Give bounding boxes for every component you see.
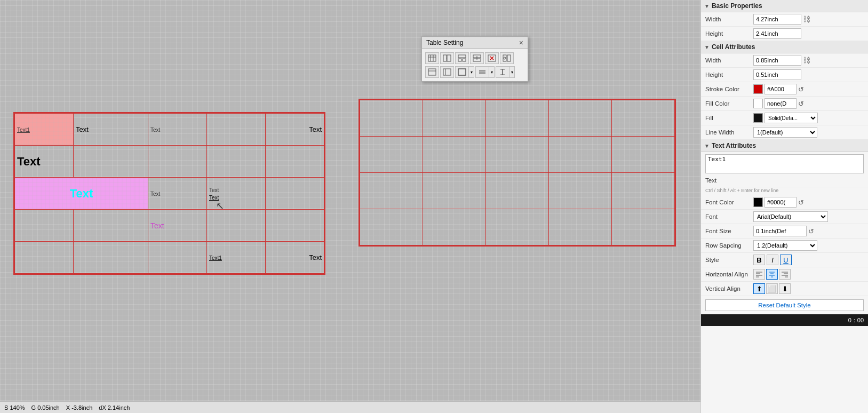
style-underline-button[interactable]: U [780,255,792,265]
table-cell[interactable]: Text [148,178,207,210]
bp-width-input[interactable] [753,14,801,25]
table-cell[interactable]: Text [15,146,74,178]
ca-width-input[interactable] [753,55,801,66]
stroke-color-input[interactable] [765,84,797,94]
cell-attributes-header[interactable]: ▼ Cell Attributes [701,41,868,53]
bp-width-value: ⛓ [753,14,864,25]
align-right-button[interactable] [779,269,791,280]
table-cell[interactable] [612,137,675,173]
table-cell[interactable]: Text [74,114,148,146]
table-cell[interactable] [15,210,74,242]
tb-merge-cells[interactable] [440,52,454,64]
text-attributes-header[interactable]: ▼ Text Attributes [701,140,868,152]
table-cell[interactable]: Text [266,242,324,274]
linewidth-select[interactable]: 1(Default) [753,127,817,138]
align-left-button[interactable] [753,269,765,280]
reset-default-style-button[interactable]: Reset Default Style [705,299,864,311]
table-cell[interactable] [423,137,486,173]
table-cell[interactable] [486,100,549,137]
table-cell[interactable] [360,100,423,137]
tb-border-group[interactable]: ▾ [455,66,474,78]
table-cell[interactable] [74,242,148,274]
table-cell[interactable] [207,210,266,242]
ca-stroke-label: Stroke Color [705,86,753,92]
table-cell[interactable] [549,209,612,245]
tb-insert-table[interactable] [425,52,439,64]
font-color-reset[interactable]: ↺ [798,198,804,206]
table-cell[interactable] [266,210,324,242]
fill-color-reset[interactable]: ↺ [798,100,804,108]
stroke-color-reset[interactable]: ↺ [798,85,804,93]
table-cell[interactable] [612,209,675,245]
fill-pattern-swatch[interactable] [753,113,763,123]
stroke-color-swatch[interactable] [753,84,763,94]
table-cell[interactable] [148,242,207,274]
font-size-input[interactable] [753,226,807,236]
table-cell[interactable] [360,137,423,173]
table-cell[interactable] [486,209,549,245]
table-cell[interactable] [486,137,549,173]
table-cell[interactable] [15,242,74,274]
text-textarea[interactable]: Text1 [705,154,864,173]
ca-height-input[interactable] [753,69,801,80]
table-cell[interactable] [612,173,675,209]
row-spacing-select[interactable]: 1.2(Default) [753,240,817,251]
tb-border-arrow[interactable]: ▾ [469,66,474,78]
tb-settings[interactable] [500,52,514,64]
dialog-close-button[interactable]: × [519,39,523,46]
table-cell[interactable] [266,178,324,210]
table-cell[interactable] [266,146,324,178]
fill-pattern-select[interactable]: Solid(Defa... [765,113,818,123]
align-center-button[interactable] [766,269,778,280]
table-cell[interactable] [423,100,486,137]
fill-color-input[interactable] [765,98,797,109]
table-cell[interactable] [612,100,675,137]
left-table[interactable]: Text1 Text Text Text Text [13,112,325,275]
tb-insert-row[interactable] [470,52,484,64]
table-cell[interactable]: Text Text [207,178,266,210]
tb-option1[interactable] [425,66,439,78]
table-cell[interactable] [486,173,549,209]
table-cell[interactable] [207,146,266,178]
right-table[interactable] [359,99,676,247]
font-size-reset[interactable]: ↺ [808,227,814,235]
table-cell[interactable] [74,146,148,178]
bp-height-input[interactable] [753,28,801,39]
table-cell[interactable] [207,114,266,146]
fill-color-swatch[interactable] [753,99,763,108]
table-cell[interactable] [549,137,612,173]
valign-bottom-button[interactable]: ⬇ [779,283,791,294]
bp-link-icon[interactable]: ⛓ [803,15,810,23]
tb-valign-arrow[interactable]: ▾ [509,66,515,78]
table-cell[interactable]: Text [148,210,207,242]
table-cell[interactable] [549,173,612,209]
style-italic-button[interactable]: I [767,255,778,265]
basic-properties-header[interactable]: ▼ Basic Properties [701,0,868,12]
table-cell[interactable] [360,209,423,245]
tb-align-group[interactable]: ▾ [475,66,495,78]
table-cell[interactable]: Text [15,178,148,210]
font-color-swatch[interactable] [753,197,763,207]
table-cell[interactable] [360,173,423,209]
font-select[interactable]: Arial(Default) [753,211,828,222]
canvas-area[interactable]: Table Setting × [0,0,700,413]
tb-split-cells[interactable] [455,52,469,64]
table-cell[interactable] [549,100,612,137]
valign-top-button[interactable]: ⬆ [753,283,765,294]
font-color-input[interactable] [765,197,797,208]
table-cell[interactable] [423,173,486,209]
tb-align-arrow[interactable]: ▾ [489,66,495,78]
table-cell[interactable]: Text [148,114,207,146]
ca-link-icon[interactable]: ⛓ [803,56,810,65]
table-cell[interactable] [148,146,207,178]
table-cell[interactable]: Text [266,114,324,146]
table-cell[interactable]: Text1 [15,114,74,146]
tb-option2[interactable] [440,66,454,78]
valign-middle-button[interactable]: ⬜ [766,283,778,294]
table-cell[interactable] [423,209,486,245]
style-bold-button[interactable]: B [753,255,765,265]
tb-valign-group[interactable]: ▾ [496,66,515,78]
table-cell[interactable] [74,210,148,242]
table-cell[interactable]: Text1 [207,242,266,274]
tb-delete-row[interactable] [485,52,499,64]
